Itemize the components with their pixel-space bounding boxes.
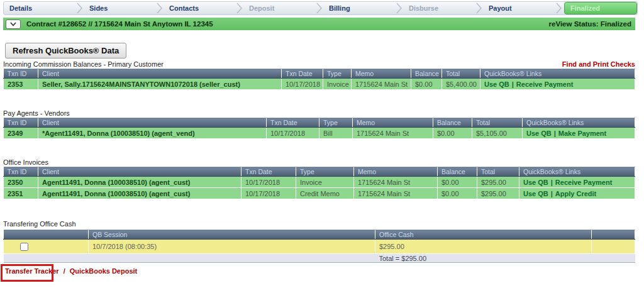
- blank-cell: [592, 240, 635, 254]
- office-invoices-table: Txn ID Client Txn Date Type Memo Balance…: [3, 167, 635, 199]
- col-header-txn-id: Txn ID: [4, 167, 38, 177]
- client-cell: *Agent11491, Donna (100038510) (agent_ve…: [38, 128, 267, 139]
- pay-agents-table: Txn ID Client Txn Date Type Memo Balance…: [3, 118, 635, 139]
- type-cell: Bill: [319, 128, 353, 139]
- link-separator: |: [548, 190, 555, 197]
- col-header-memo: Memo: [353, 118, 433, 128]
- client-cell: Agent11491, Donna (100038510) (agent_cus…: [38, 177, 242, 188]
- col-header-total: Total: [472, 118, 523, 128]
- col-header-type: Type: [323, 69, 352, 79]
- col-header-memo: Memo: [352, 69, 411, 79]
- txn-date-cell: 10/17/2018: [267, 128, 319, 139]
- quickbooks-links-cell: Use QB|Apply Credit: [519, 188, 635, 199]
- total-cell: $295.00: [477, 188, 519, 199]
- make-payment-link[interactable]: Make Payment: [558, 130, 606, 137]
- total-cell: $5,400.00: [442, 79, 480, 90]
- total-cell: $5,105.00: [472, 128, 523, 139]
- col-header-type: Type: [319, 118, 353, 128]
- balance-cell: $0.00: [411, 79, 442, 90]
- type-cell: Invoice: [323, 79, 352, 90]
- section-title-pay-agents: Pay Agents - Vendors: [3, 109, 70, 117]
- section-title-incoming-commissions: Incoming Commission Balances - Primary C…: [3, 60, 164, 68]
- col-header-balance: Balance: [411, 69, 442, 79]
- receive-payment-link[interactable]: Receive Payment: [516, 80, 574, 88]
- transfer-row-checkbox[interactable]: [20, 243, 28, 251]
- link-separator: |: [548, 179, 555, 186]
- txn-id-cell: 2350: [4, 177, 38, 188]
- col-header-qb-session: QB Session: [89, 230, 375, 240]
- office-cash-table: QB Session Office Cash 10/7/2018 (08:00:…: [3, 230, 635, 263]
- col-header-txn-id: Txn ID: [4, 69, 38, 79]
- txn-id-cell: 2351: [4, 188, 38, 199]
- tab-billing[interactable]: Billing: [323, 2, 395, 14]
- col-header-client: Client: [38, 118, 267, 128]
- chevron-separator-icon: [555, 2, 563, 14]
- tab-details[interactable]: Details: [4, 2, 75, 14]
- use-qb-link[interactable]: Use QB: [484, 80, 509, 88]
- section-title-office-invoices: Office Invoices: [3, 158, 48, 166]
- col-header-qb-links: QuickBooks® Links: [519, 167, 635, 177]
- use-qb-link[interactable]: Use QB: [523, 190, 548, 197]
- col-header-qb-links: QuickBooks® Links: [480, 69, 635, 79]
- header-row: Txn ID Client Txn Date Type Memo Balance…: [4, 118, 635, 128]
- link-separator: |: [552, 130, 558, 137]
- txn-date-cell: 10/17/2018: [282, 79, 323, 90]
- header-row: Txn ID Client Txn Date Type Memo Balance…: [4, 69, 635, 79]
- find-and-print-checks-link[interactable]: Find and Print Checks: [562, 60, 635, 68]
- table-row: 2350 Agent11491, Donna (100038510) (agen…: [4, 177, 635, 188]
- office-cash-cell: $295.00: [375, 240, 592, 254]
- office-cash-total: Total = $295.00: [375, 254, 592, 263]
- blank-cell: [89, 254, 375, 263]
- use-qb-link[interactable]: Use QB: [526, 130, 552, 137]
- transfer-tracker-link[interactable]: Transfer Tracker: [5, 267, 59, 275]
- apply-credit-link[interactable]: Apply Credit: [555, 190, 596, 197]
- quickbooks-deposit-link[interactable]: QuickBooks Deposit: [70, 267, 138, 275]
- chevron-down-icon: [10, 22, 16, 26]
- table-row: 2353 Seller, Sally.1715624MAINSTANYTOWN1…: [4, 79, 635, 90]
- use-qb-link[interactable]: Use QB: [523, 179, 548, 186]
- balance-cell: $0.00: [433, 128, 472, 139]
- memo-cell: 1715624 Main St: [354, 188, 438, 199]
- col-header-client: Client: [38, 69, 282, 79]
- col-header-balance: Balance: [433, 118, 472, 128]
- refresh-quickbooks-button[interactable]: Refresh QuickBooks® Data: [5, 43, 126, 58]
- col-header-memo: Memo: [354, 167, 438, 177]
- tab-finalized[interactable]: Finalized: [564, 2, 637, 14]
- chevron-separator-icon: [315, 2, 323, 14]
- link-separator: |: [509, 80, 516, 88]
- txn-date-cell: 10/17/2018: [242, 177, 296, 188]
- total-cell: $295.00: [477, 177, 519, 188]
- memo-cell: 1715624 Main St: [352, 79, 411, 90]
- collapse-contract-button[interactable]: [6, 19, 21, 29]
- wizard-tab-bar: Details Sides Contacts Deposit Billing D…: [3, 1, 638, 15]
- receive-payment-link[interactable]: Receive Payment: [555, 179, 613, 186]
- balance-cell: $0.00: [438, 188, 477, 199]
- chevron-separator-icon: [395, 2, 403, 14]
- client-cell: Seller, Sally.1715624MAINSTANYTOWN107201…: [38, 79, 282, 90]
- footer-links: Transfer Tracker/QuickBooks Deposit: [5, 267, 644, 284]
- col-header-txn-date: Txn Date: [267, 118, 319, 128]
- link-separator: /: [59, 267, 70, 275]
- incoming-commissions-table: Txn ID Client Txn Date Type Memo Balance…: [3, 69, 635, 90]
- qb-session-cell: 10/7/2018 (08:00:35): [89, 240, 375, 254]
- header-row: QB Session Office Cash: [4, 230, 635, 240]
- table-row: 2349 *Agent11491, Donna (100038510) (age…: [4, 128, 635, 139]
- col-header-office-cash: Office Cash: [375, 230, 592, 240]
- memo-cell: 1715624 Main St: [354, 177, 438, 188]
- chevron-separator-icon: [75, 2, 84, 14]
- total-row: Total = $295.00: [4, 254, 635, 263]
- table-row: 10/7/2018 (08:00:35) $295.00: [4, 240, 635, 254]
- col-header-qb-links: QuickBooks® Links: [523, 118, 635, 128]
- txn-date-cell: 10/17/2018: [242, 188, 296, 199]
- col-header-txn-id: Txn ID: [4, 118, 38, 128]
- balance-cell: $0.00: [438, 177, 477, 188]
- tab-contacts[interactable]: Contacts: [164, 2, 235, 14]
- chevron-separator-icon: [475, 2, 483, 14]
- tab-payout[interactable]: Payout: [483, 2, 555, 14]
- chevron-separator-icon: [155, 2, 164, 14]
- chevron-separator-icon: [235, 2, 243, 14]
- tab-sides[interactable]: Sides: [84, 2, 155, 14]
- type-cell: Credit Memo: [296, 188, 354, 199]
- client-cell: Agent11491, Donna (100038510) (agent_cus…: [38, 188, 242, 199]
- col-header-txn-date: Txn Date: [242, 167, 296, 177]
